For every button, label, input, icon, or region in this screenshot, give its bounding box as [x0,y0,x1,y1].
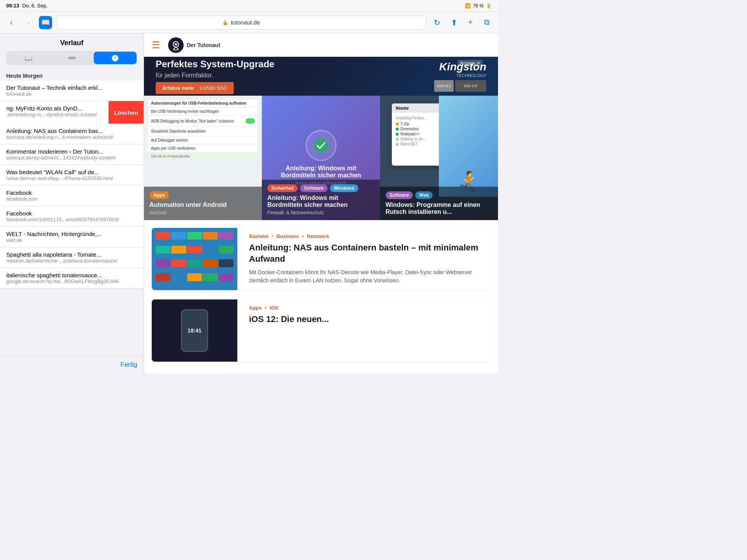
post-card-2[interactable]: 18:41 Apps • iOS iOS 12: Die neuen... [152,299,490,362]
list-item[interactable]: Anleitung: NAS aus Containern bas... tut… [0,124,144,144]
tabs-icon: ⧉ [484,18,489,27]
post-card[interactable]: Bastelei • Business • Netzwerk Anleitung… [152,228,490,290]
status-bar: 09:13 Do. 6. Sep. 📶 76 % 🔋 [0,0,498,12]
ad-banner: Perfektes System-Upgrade für jeden Formf… [144,57,498,96]
wifi-icon: 📶 [465,3,471,9]
site-logo: Der Tutonaut [168,37,220,53]
book-icon: 📖 [41,18,50,27]
history-items: Der Tutonaut – Technik einfach erkl... t… [0,80,144,356]
ad-title: Perfektes System-Upgrade [156,59,274,70]
tag-windows: Windows [330,184,358,192]
logo-text: Der Tutonaut [187,42,220,48]
time: 09:13 [6,3,19,9]
toggle-on [245,118,255,124]
svg-point-5 [314,138,328,152]
slide-software: Nimite Installing Firefox... 7-Zip Green… [380,96,498,220]
swipe-delete-overlay: ng: MyFritz-Konto als DynD... .de/anleit… [0,101,144,124]
post-tags-2: Apps • iOS [249,305,485,311]
list-item[interactable]: Facebook facebook.com [0,186,144,206]
slide-2-title: Anleitung: Windows mit Bordmitteln siche… [267,194,374,208]
ad-button[interactable]: Erfahre mehr UV500 SSD [156,82,234,94]
nav-bar: ‹ › 📖 🔒 tutonaut.de ↻ ⬆ + ⧉ [0,12,498,33]
slide-android: Autorisierungen für USB-Fehlerbehebung a… [144,96,262,220]
svg-line-3 [173,48,174,50]
share-icon: ⬆ [451,18,458,27]
date: Do. 6. Sep. [22,3,47,9]
post-title-2: iOS 12: Die neuen... [249,314,485,325]
status-right: 📶 76 % 🔋 [465,3,492,9]
svg-point-2 [174,48,178,50]
battery-label: 76 % [473,3,484,9]
share-button[interactable]: ⬆ [447,16,461,29]
delete-button[interactable]: Löschen [109,101,144,124]
history-section-label: Heute Morgen [0,69,144,80]
sidebar-header: Verlauf 📖 👓 🕐 [0,33,144,69]
svg-line-4 [178,48,179,50]
tab-bookmarks[interactable]: 📖 [7,52,50,64]
hamburger-button[interactable]: ☰ [152,40,160,51]
tag-apps: Apps [149,191,169,199]
post-image [152,228,237,290]
security-check-icon [313,138,329,153]
sidebar: Verlauf 📖 👓 🕐 Heute Morgen Der Tutonaut … [0,33,144,373]
slider-area: Autorisierungen für USB-Fehlerbehebung a… [144,96,498,220]
main-posts: Bastelei • Business • Netzwerk Anleitung… [144,220,498,373]
list-item[interactable]: Kommentar moderieren ‹ Der Tuton... tuto… [0,144,144,165]
tag-sicherheit: Sicherheit [267,184,298,192]
tutonaut-logo-svg [170,40,181,51]
list-item[interactable]: Der Tutonaut – Technik einfach erkl... t… [0,80,144,101]
hamburger-icon: ☰ [152,40,160,50]
post-tags: Bastelei • Business • Netzwerk [249,233,485,239]
plus-icon: + [468,18,473,27]
tag-software-2: Software [386,191,413,199]
tabs-button[interactable]: ⧉ [480,16,493,29]
nav-actions: ⬆ + ⧉ [447,16,493,29]
history-item-swiped: ng: MyFritz-Konto als DynD... .de/anleit… [0,101,144,124]
list-item[interactable]: Was bedeutet "WLAN Call" auf de... heise… [0,165,144,186]
post-excerpt: Mit Docker-Containern könnt Ihr NAS-Dien… [249,268,485,285]
list-item[interactable]: italienische spaghetti tonatensauce... g… [0,268,144,289]
logo-icon [168,37,184,53]
ad-subtitle: für jeden Formfaktor. [156,72,274,79]
slide-2-desc: Firewall- & Netzwerkschutz [267,210,374,215]
tag-software: Software [300,184,328,192]
reload-button[interactable]: ↻ [430,16,444,29]
fertig-button[interactable]: Fertig [121,361,137,369]
post-image-2: 18:41 [152,299,237,362]
add-tab-button[interactable]: + [464,16,477,29]
list-item[interactable]: Facebook facebook.com/10001115...eos/660… [0,206,144,227]
content-area: ☰ Der Tutonaut Perfektes System-Upg [144,33,498,373]
back-button[interactable]: ‹ [5,16,18,29]
bookmarks-button[interactable]: 📖 [39,16,52,29]
tab-reading[interactable]: 👓 [51,52,93,64]
main-layout: Verlauf 📖 👓 🕐 Heute Morgen Der Tutonaut … [0,33,498,373]
lock-icon: 🔒 [222,19,228,25]
tab-history[interactable]: 🕐 [94,52,137,64]
slide-3-title: Windows: Programme auf einen Rutsch inst… [386,201,493,215]
url-bar[interactable]: 🔒 tutonaut.de [56,16,426,30]
post-title: Anleitung: NAS aus Containern basteln – … [249,242,485,264]
slide-1-title: Automation unter Android [149,201,256,208]
slide-1-desc: toschutz [149,210,256,215]
slide-windows-security: Anleitung: Windows mit Bordmitteln siche… [262,96,380,220]
forward-button[interactable]: › [22,16,35,29]
ad-badge: Anzeige ✕ [458,60,482,66]
url-text: tutonaut.de [231,19,260,26]
tag-web: Web [415,191,433,199]
sidebar-tabs: 📖 👓 🕐 [6,51,137,65]
site-header: ☰ Der Tutonaut [144,33,498,57]
sidebar-footer: Fertig [0,356,144,373]
svg-point-1 [175,43,177,46]
status-left: 09:13 Do. 6. Sep. [6,3,47,9]
battery-icon: 🔋 [486,3,492,9]
list-item[interactable]: Spaghetti alla napoletana - Tomate... me… [0,247,144,268]
sidebar-title: Verlauf [6,39,137,47]
list-item[interactable]: WELT - Nachrichten, Hintergründe,... wel… [0,227,144,247]
